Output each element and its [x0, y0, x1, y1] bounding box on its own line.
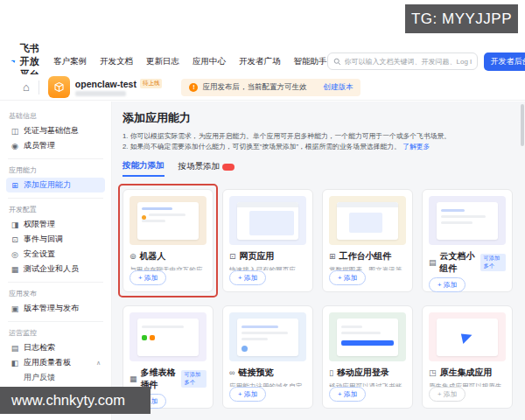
nav-item-assistant[interactable]: 智能助手 — [294, 56, 327, 67]
sidebar-item-label: 版本管理与发布 — [24, 303, 79, 314]
sidebar-item-permissions[interactable]: ◨ 权限管理 — [6, 217, 105, 232]
page-description-line1: 1. 你可以根据实际需求，为应用开启能力。单个应用可开启多种能力，一个能力可用于… — [122, 131, 513, 142]
tab-label: 按场景添加 — [178, 161, 220, 172]
home-icon[interactable]: ⌂ — [23, 81, 30, 93]
nav-item-changelog[interactable]: 更新日志 — [146, 56, 179, 67]
search-input[interactable] — [345, 58, 472, 66]
illustration-mockup — [137, 202, 199, 240]
add-native-app-button[interactable]: + 添加 — [429, 387, 466, 402]
sidebar-item-label: 凭证与基础信息 — [24, 125, 79, 136]
card-title: 网页应用 — [240, 250, 275, 262]
add-bot-button[interactable]: + 添加 — [130, 270, 166, 285]
card-title: 原生集成应用 — [440, 367, 493, 379]
new-badge — [222, 164, 234, 171]
app-header-bar: ⌂ openclaw-test 待上线 ! 应用发布后，当前配置方可生效 创建版… — [0, 74, 525, 101]
sidebar-item-version-release[interactable]: ▣ 版本管理与发布 — [6, 301, 105, 316]
card-illustration — [329, 196, 406, 245]
capability-card-link-preview[interactable]: ∞ 链接预览 应用能力注册的域名自定义链接预览，用户在飞书发送链接后，能在链接下… — [222, 305, 313, 409]
sidebar: 基础信息 ◫ 凭证与基础信息 ◉ 成员管理 应用能力 ⊞ 添加应用能力 开发配置… — [0, 102, 112, 420]
mobile-login-icon: ▯ — [329, 368, 333, 377]
sidebar-item-label: 事件与回调 — [24, 234, 63, 245]
illustration-mockup — [237, 318, 298, 356]
card-title: 工作台小组件 — [340, 250, 392, 262]
webapp-icon: ⊡ — [229, 252, 236, 261]
tab-by-capability[interactable]: 按能力添加 — [122, 160, 164, 177]
divider — [38, 80, 39, 94]
dashboard-icon: ◧ — [10, 359, 19, 368]
sidebar-item-security[interactable]: ◎ 安全设置 — [6, 247, 105, 262]
login-button-mock — [341, 340, 394, 346]
nav-item-developer-plaza[interactable]: 开发者广场 — [239, 56, 281, 67]
illustration-mockup — [337, 318, 398, 356]
main-content: 添加应用能力 1. 你可以根据实际需求，为应用开启能力。单个应用可开启多种能力，… — [112, 102, 525, 420]
divider — [8, 158, 103, 159]
top-navigation: 飞书开放平台 客户案例 开发文档 更新日志 应用中心 开发者广场 智能助手 开发… — [0, 48, 525, 74]
native-app-icon: ◳ — [429, 368, 437, 377]
capability-card-docs-widget[interactable]: ▤ 云文档小组件 可添加多个 在云文档中扩展内容或者添加快捷操作。 + 添加 — [422, 189, 513, 292]
card-wrap-native-app: ◳ 原生集成应用 原生集成应用可以把原生 SDK 集成到飞书本地，并调用其中的开… — [422, 305, 513, 409]
sidebar-item-test-org[interactable]: ▦ 测试企业和人员 — [6, 262, 105, 276]
sidebar-item-members[interactable]: ◉ 成员管理 — [6, 138, 105, 153]
illustration-mockup — [337, 202, 398, 240]
card-illustration — [229, 196, 306, 245]
sidebar-item-events[interactable]: ⊡ 事件与回调 — [6, 232, 105, 247]
multi-add-badge: 可添加多个 — [181, 370, 206, 388]
add-docs-widget-button[interactable]: + 添加 — [429, 277, 466, 292]
card-illustration — [130, 312, 206, 361]
nav-item-app-center[interactable]: 应用中心 — [192, 56, 226, 67]
members-icon: ◉ — [10, 142, 19, 150]
tab-by-scenario[interactable]: 按场景添加 — [178, 161, 235, 176]
sidebar-item-label: 权限管理 — [24, 219, 55, 230]
publish-alert-text: 应用发布后，当前配置方可生效 — [202, 82, 306, 93]
card-illustration — [130, 196, 206, 245]
sidebar-item-label: 添加应用能力 — [24, 179, 71, 191]
app-avatar — [48, 76, 70, 98]
app-name: openclaw-test — [75, 79, 136, 89]
add-workbench-widget-button[interactable]: + 添加 — [329, 270, 366, 285]
capability-card-workbench-widget[interactable]: ⊞ 工作台小组件 将数据图表、图文资讯等信息通过小组件添加到工作台。 + 添加 — [322, 189, 413, 292]
card-title: 移动应用登录 — [337, 367, 389, 379]
scrollbar-thumb[interactable] — [521, 104, 524, 146]
nav-item-cases[interactable]: 客户案例 — [53, 56, 87, 67]
sidebar-item-quality-dashboard[interactable]: ◧ 应用质量看板 ∧ — [6, 355, 105, 370]
sidebar-section-monitoring: 运营监控 — [9, 328, 102, 338]
card-illustration — [429, 312, 506, 361]
card-title: 链接预览 — [238, 367, 273, 379]
card-title: 云文档小组件 — [440, 250, 478, 275]
create-version-link[interactable]: 创建版本 — [323, 82, 353, 93]
capability-card-mobile-login[interactable]: ▯ 移动应用登录 移动应用可以通过飞书账号进行登录。 + 添加 — [322, 305, 413, 409]
sidebar-item-label: 用户反馈 — [24, 372, 55, 383]
divider — [8, 282, 103, 283]
body: 基础信息 ◫ 凭证与基础信息 ◉ 成员管理 应用能力 ⊞ 添加应用能力 开发配置… — [0, 102, 525, 420]
permission-icon: ◨ — [10, 220, 19, 229]
page-description-line2: 2. 如果尚不确定需要添加什么能力，可切换至“按场景添加”，根据所需的业务场景选… — [122, 142, 513, 152]
developer-console-button[interactable]: 开发者后台 — [484, 52, 525, 71]
capability-card-bot[interactable]: ⊚ 机器人 与用户在聊天中交互的应用。它可以向用户或群组自动发送消息、响应用户的… — [122, 189, 214, 292]
global-search[interactable] — [327, 52, 478, 70]
capability-card-webapp[interactable]: ⊡ 网页应用 快速接入已有的网页应用，用户可以通过飞书客户端免登录快速进入。 +… — [222, 189, 313, 292]
learn-more-link[interactable]: 了解更多 — [402, 143, 430, 150]
sidebar-section-basic: 基础信息 — [9, 111, 102, 121]
card-illustration — [429, 196, 506, 245]
sidebar-section-dev-config: 开发配置 — [9, 205, 102, 214]
sidebar-item-label: 日志检索 — [24, 342, 55, 354]
nav-item-docs[interactable]: 开发文档 — [100, 56, 133, 67]
sidebar-item-credentials[interactable]: ◫ 凭证与基础信息 — [6, 123, 105, 138]
capability-card-native-app[interactable]: ◳ 原生集成应用 原生集成应用可以把原生 SDK 集成到飞书本地，并调用其中的开… — [422, 305, 513, 409]
page-title: 添加应用能力 — [122, 110, 513, 126]
capability-card-grid: ⊚ 机器人 与用户在聊天中交互的应用。它可以向用户或群组自动发送消息、响应用户的… — [122, 189, 513, 409]
search-icon — [333, 58, 341, 66]
illustration-mockup — [237, 202, 298, 240]
card-wrap-bot: ⊚ 机器人 与用户在聊天中交互的应用。它可以向用户或群组自动发送消息、响应用户的… — [122, 189, 214, 292]
add-webapp-button[interactable]: + 添加 — [229, 270, 266, 285]
sidebar-item-log-search[interactable]: ▤ 日志检索 — [6, 340, 105, 355]
add-link-preview-button[interactable]: + 添加 — [229, 387, 266, 402]
sidebar-item-label: 应用质量看板 — [24, 357, 71, 368]
sidebar-item-add-capability[interactable]: ⊞ 添加应用能力 — [6, 178, 105, 192]
sidebar-item-label: 测试企业和人员 — [24, 263, 79, 275]
sidebar-item-user-feedback[interactable]: 用户反馈 — [6, 370, 105, 385]
chevron-up-icon[interactable]: ∧ — [96, 360, 101, 367]
card-illustration — [329, 312, 406, 361]
app-meta: openclaw-test 待上线 — [75, 79, 163, 96]
add-mobile-login-button[interactable]: + 添加 — [329, 387, 366, 402]
